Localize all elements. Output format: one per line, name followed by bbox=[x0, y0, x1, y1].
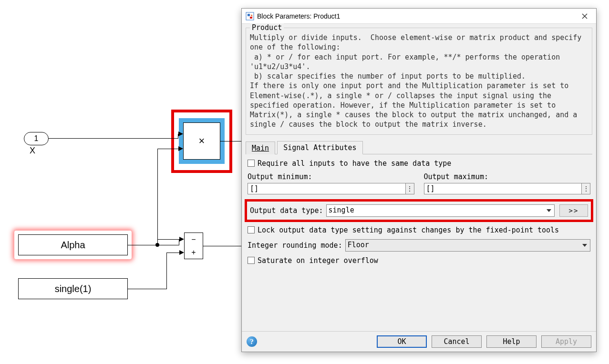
output-data-type-value: single bbox=[329, 206, 354, 214]
lock-output-checkbox[interactable] bbox=[248, 226, 255, 233]
data-type-assistant-button[interactable]: >> bbox=[559, 204, 588, 217]
signal-line bbox=[220, 141, 242, 142]
close-button[interactable] bbox=[577, 10, 592, 23]
inport-label: X bbox=[30, 146, 35, 156]
simulink-icon bbox=[246, 12, 254, 20]
svg-rect-3 bbox=[250, 17, 252, 19]
apply-button: Apply bbox=[541, 335, 591, 348]
rounding-mode-label: Integer rounding mode: bbox=[248, 241, 342, 250]
sum-minus: − bbox=[191, 235, 196, 244]
signal-junction bbox=[155, 243, 159, 247]
block-description: Multiply or divide inputs. Choose elemen… bbox=[250, 33, 588, 130]
output-data-type-highlight: Output data type: single >> bbox=[245, 199, 593, 222]
block-parameters-dialog: Block Parameters: Product1 Product Multi… bbox=[241, 8, 597, 352]
dialog-titlebar[interactable]: Block Parameters: Product1 bbox=[242, 9, 596, 24]
lock-output-label: Lock output data type setting against ch… bbox=[258, 226, 559, 234]
signal-line bbox=[128, 245, 179, 245]
arrow-icon bbox=[178, 146, 183, 151]
arrow-icon bbox=[178, 131, 183, 136]
output-data-type-select[interactable]: single bbox=[326, 204, 555, 217]
help-button[interactable]: Help bbox=[486, 335, 537, 348]
output-max-input[interactable] bbox=[424, 183, 582, 194]
group-title: Product bbox=[250, 23, 284, 32]
context-help-icon[interactable]: ? bbox=[247, 336, 257, 347]
require-same-type-label: Require all inputs to have the same data… bbox=[258, 159, 451, 168]
output-max-label: Output maximum: bbox=[424, 172, 591, 181]
signal-line bbox=[157, 149, 158, 245]
signal-attributes-panel: Require all inputs to have the same data… bbox=[242, 154, 596, 274]
tab-bar: Main Signal Attributes bbox=[246, 141, 592, 154]
saturate-label: Saturate on integer overflow bbox=[258, 256, 378, 265]
product-block[interactable]: × bbox=[183, 122, 220, 160]
lock-output-row: Lock output data type setting against ch… bbox=[248, 226, 590, 234]
output-min-label: Output minimum: bbox=[248, 172, 414, 181]
output-max-more-button[interactable]: ⋮ bbox=[582, 183, 590, 194]
tab-main[interactable]: Main bbox=[246, 142, 275, 154]
dialog-title: Block Parameters: Product1 bbox=[257, 12, 577, 20]
product-description-group: Product Multiply or divide inputs. Choos… bbox=[246, 28, 592, 135]
output-min-input[interactable] bbox=[248, 183, 406, 194]
simulink-canvas[interactable]: 1 X × Alpha single(1) − + bbox=[0, 0, 238, 364]
sum-block[interactable]: − + bbox=[184, 233, 203, 259]
tab-signal-attributes[interactable]: Signal Attributes bbox=[277, 141, 363, 154]
require-same-type-row: Require all inputs to have the same data… bbox=[248, 159, 590, 168]
rounding-mode-row: Integer rounding mode: Floor bbox=[248, 239, 590, 252]
single1-label: single(1) bbox=[55, 283, 92, 294]
arrow-icon bbox=[179, 237, 184, 242]
alpha-label: Alpha bbox=[61, 240, 85, 251]
output-min-more-button[interactable]: ⋮ bbox=[406, 183, 414, 194]
dialog-button-bar: ? OK Cancel Help Apply bbox=[242, 331, 596, 352]
inport-number: 1 bbox=[34, 134, 39, 143]
ok-button[interactable]: OK bbox=[377, 335, 427, 348]
product-symbol: × bbox=[199, 135, 205, 147]
output-data-type-label: Output data type: bbox=[250, 206, 323, 215]
close-icon bbox=[582, 13, 588, 19]
rounding-mode-value: Floor bbox=[348, 241, 369, 249]
signal-line bbox=[128, 289, 167, 289]
signal-line bbox=[49, 138, 178, 139]
arrow-icon bbox=[179, 250, 184, 255]
single1-constant-block[interactable]: single(1) bbox=[18, 278, 128, 299]
cancel-button[interactable]: Cancel bbox=[432, 335, 482, 348]
signal-line bbox=[203, 246, 241, 246]
svg-rect-1 bbox=[248, 14, 250, 16]
signal-line bbox=[166, 253, 179, 253]
saturate-checkbox[interactable] bbox=[248, 257, 255, 264]
signal-line bbox=[166, 253, 167, 289]
saturate-row: Saturate on integer overflow bbox=[248, 256, 590, 265]
inport-block[interactable]: 1 bbox=[24, 132, 49, 145]
require-same-type-checkbox[interactable] bbox=[248, 160, 255, 167]
signal-line bbox=[157, 149, 178, 149]
signal-line bbox=[157, 239, 179, 240]
alpha-constant-block[interactable]: Alpha bbox=[18, 234, 128, 255]
rounding-mode-select[interactable]: Floor bbox=[345, 239, 590, 252]
sum-plus: + bbox=[191, 248, 196, 257]
